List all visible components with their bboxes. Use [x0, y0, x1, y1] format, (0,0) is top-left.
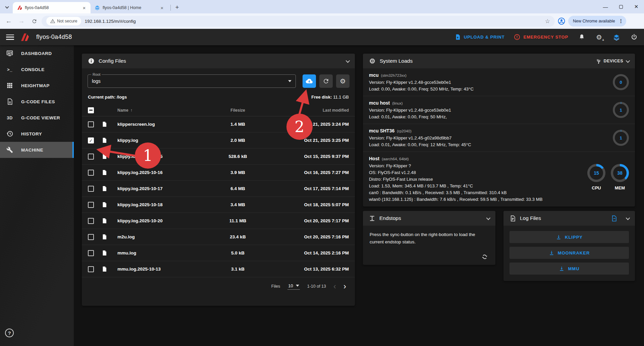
table-row[interactable]: ✓ klippy.log.2025-10-15 528.6 kB Oct 15,…: [82, 149, 355, 165]
row-checkbox[interactable]: ✓: [88, 154, 94, 160]
sidebar-item-dashboard[interactable]: DASHBOARD: [0, 45, 74, 61]
endstops-sync-button[interactable]: [480, 252, 489, 262]
devices-toggle[interactable]: DEVICES: [596, 58, 629, 64]
table-row[interactable]: ✓ klippy.log.2025-10-20 11.1 MB Oct 20, …: [82, 213, 355, 229]
collapse-chevron-icon[interactable]: [626, 216, 630, 220]
file-size: 2.0 MB: [206, 138, 270, 143]
power-button[interactable]: [630, 33, 638, 41]
sync-icon: [481, 253, 488, 261]
table-row[interactable]: ✓ mmu.log.2025-10-13 3.1 kB Oct 13, 2025…: [82, 261, 355, 277]
sidebar-item-history[interactable]: HISTORY: [0, 126, 74, 142]
download-icon: [549, 250, 554, 256]
upload-print-button[interactable]: UPLOAD & PRINT: [454, 34, 505, 40]
cpu-gauge: 15: [587, 164, 605, 182]
system-loads-header[interactable]: System Loads DEVICES: [363, 54, 635, 68]
table-row[interactable]: ✓ klipperscreen.log 1.4 MB Oct 21, 2025 …: [82, 116, 355, 132]
table-row[interactable]: ✓ klippy.log 2.0 MB Oct 21, 2025 3:25 PM: [82, 132, 355, 149]
sidebar-item-heightmap[interactable]: HEIGHTMAP: [0, 77, 74, 94]
pagination-files-label: Files: [271, 284, 280, 289]
window-maximize-button[interactable]: [613, 0, 629, 13]
browser-menu-icon[interactable]: ⋮: [619, 18, 624, 24]
notifications-button[interactable]: [578, 33, 586, 41]
window-close-button[interactable]: ✕: [629, 0, 644, 13]
file-modified: Oct 20, 2025 7:16 PM: [270, 234, 349, 239]
emergency-stop-button[interactable]: EMERGENCY STOP: [514, 34, 568, 40]
table-settings-button[interactable]: ⚙: [336, 74, 350, 88]
download-moonraker-button[interactable]: MOONRAKER: [509, 247, 629, 259]
settings-button[interactable]: ⚙ +: [595, 33, 603, 41]
file-modified: Oct 16, 2025 7:27 PM: [270, 170, 349, 175]
file-modified: Oct 21, 2025 3:25 PM: [270, 138, 349, 143]
per-page-select[interactable]: 10: [287, 283, 300, 290]
refresh-button[interactable]: [319, 74, 333, 88]
column-modified[interactable]: Last modified: [270, 108, 349, 113]
table-row[interactable]: ✓ klippy.log.2025-10-17 6.4 MB Oct 17, 2…: [82, 181, 355, 197]
new-tab-button[interactable]: +: [173, 3, 181, 12]
mcu-load: Load: 0.01, Awake: 0.00, Freq: 50 MHz,: [369, 114, 613, 120]
sidebar-item-gcode-files[interactable]: G-CODE FILES: [0, 94, 74, 110]
gear-icon: ⚙: [340, 78, 346, 84]
row-checkbox[interactable]: ✓: [88, 137, 94, 143]
back-button[interactable]: ←: [3, 16, 14, 26]
row-checkbox[interactable]: ✓: [88, 186, 94, 192]
file-icon: [101, 121, 107, 128]
collapse-chevron-icon[interactable]: [346, 58, 350, 63]
tab-search-button[interactable]: [1, 1, 13, 12]
row-checkbox[interactable]: ✓: [88, 266, 94, 272]
table-row[interactable]: ✓ mmu.log 5.0 kB Oct 14, 2025 2:16 PM: [82, 245, 355, 261]
table-row[interactable]: ✓ m2u.log 23.4 kB Oct 20, 2025 7:16 PM: [82, 229, 355, 245]
profile-avatar[interactable]: [557, 16, 566, 26]
row-checkbox[interactable]: ✓: [88, 202, 94, 208]
endstops-header[interactable]: Endstops: [363, 211, 495, 226]
table-row[interactable]: ✓ klippy.log.2025-10-16 3.9 MB Oct 16, 2…: [82, 165, 355, 181]
previous-page-button[interactable]: ‹: [333, 282, 336, 290]
tab-close-icon[interactable]: ×: [81, 5, 87, 11]
reload-button[interactable]: [29, 16, 40, 26]
menu-button[interactable]: [6, 35, 14, 40]
row-checkbox[interactable]: ✓: [88, 121, 94, 127]
forward-button[interactable]: →: [16, 16, 27, 26]
browser-tab-home[interactable]: flyos-0a4d58 | Home ×: [91, 2, 168, 13]
log-rollover-icon[interactable]: [611, 215, 617, 222]
row-checkbox[interactable]: ✓: [88, 234, 94, 240]
alert-circle-icon: [514, 34, 520, 40]
window-minimize-button[interactable]: —: [598, 0, 613, 13]
select-all-checkbox[interactable]: [88, 107, 94, 113]
file-name: klippy.log.2025-10-20: [117, 218, 206, 223]
file-name: klippy.log: [117, 138, 206, 143]
chevron-down-icon: [5, 5, 9, 8]
address-bar[interactable]: Not secure 192.168.1.125/m/#/config ☆: [42, 16, 555, 27]
sidebar-item-gcode-viewer[interactable]: 3D G-CODE VIEWER: [0, 110, 74, 126]
mcu-section: mcu(stm32h723xx) Version: Fly-Klipper v1…: [363, 68, 635, 96]
row-checkbox[interactable]: ✓: [88, 250, 94, 256]
security-chip[interactable]: Not secure: [46, 17, 81, 25]
chrome-update-button[interactable]: New Chrome available ⋮: [568, 16, 626, 26]
download-all-button[interactable]: [303, 74, 316, 88]
theme-layers-button[interactable]: [612, 33, 621, 41]
browser-tab-active[interactable]: flyos-0a4d58 ×: [13, 2, 91, 13]
mcu-chip: (stm32h723xx): [381, 73, 407, 77]
host-name: Host: [369, 156, 379, 161]
wrench-icon: [6, 146, 14, 154]
tab-close-icon[interactable]: ×: [159, 5, 165, 11]
file-name: mmu.log: [117, 250, 206, 255]
bookmark-star-icon[interactable]: ☆: [545, 18, 550, 25]
column-name[interactable]: Name↑: [117, 108, 206, 113]
download-mmu-button[interactable]: MMU: [509, 263, 629, 275]
table-row[interactable]: ✓ klippy.log.2025-10-18 3.4 MB Oct 18, 2…: [82, 197, 355, 213]
file-icon: [101, 217, 107, 224]
column-filesize[interactable]: Filesize: [206, 108, 270, 113]
collapse-chevron-icon[interactable]: [486, 216, 491, 220]
download-klippy-button[interactable]: KLIPPY: [509, 231, 629, 243]
row-checkbox[interactable]: ✓: [88, 218, 94, 224]
next-page-button[interactable]: ›: [343, 282, 346, 290]
log-file-icon: [509, 215, 516, 222]
row-checkbox[interactable]: ✓: [88, 170, 94, 176]
browser-toolbar: ← → Not secure 192.168.1.125/m/#/config …: [0, 13, 644, 29]
root-select[interactable]: Root logs: [88, 74, 296, 88]
config-files-header[interactable]: Config Files: [82, 54, 355, 68]
log-files-header[interactable]: Log Files: [503, 211, 635, 226]
sidebar-item-machine[interactable]: MACHINE: [0, 142, 74, 158]
sidebar-item-console[interactable]: >_ CONSOLE: [0, 61, 74, 77]
help-button[interactable]: ?: [5, 329, 14, 337]
